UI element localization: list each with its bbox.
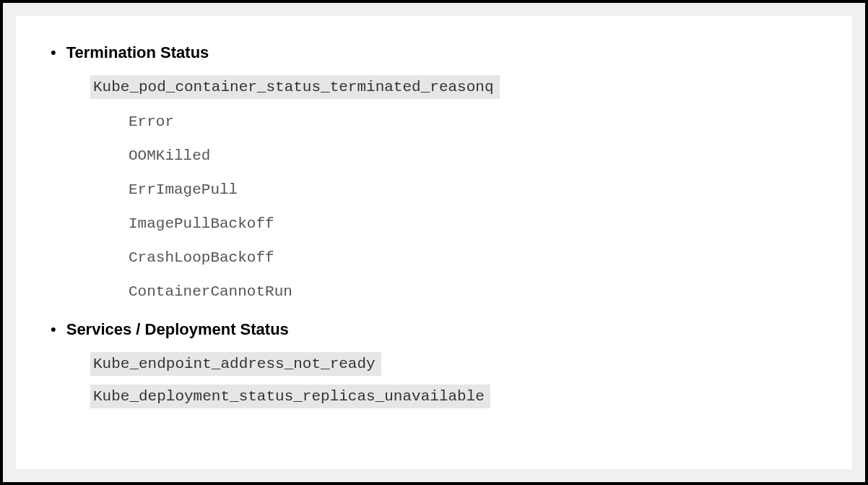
metric-code: Kube_pod_container_status_terminated_rea… bbox=[90, 75, 500, 99]
section-heading: Termination Status bbox=[66, 43, 209, 62]
section-heading: Services / Deployment Status bbox=[66, 320, 289, 339]
bullet-icon: • bbox=[51, 322, 56, 338]
reason-item: ContainerCannotRun bbox=[129, 283, 817, 300]
metric-code: Kube_endpoint_address_not_ready bbox=[90, 352, 381, 376]
metric-row: Kube_endpoint_address_not_ready bbox=[51, 352, 817, 376]
slide-outer-frame: • Termination Status Kube_pod_container_… bbox=[3, 3, 865, 482]
reason-list: Error OOMKilled ErrImagePull ImagePullBa… bbox=[51, 113, 817, 300]
section-termination-status: • Termination Status Kube_pod_container_… bbox=[51, 43, 817, 300]
metric-row: Kube_pod_container_status_terminated_rea… bbox=[51, 75, 817, 99]
reason-item: CrashLoopBackoff bbox=[129, 249, 817, 266]
bullet-icon: • bbox=[51, 45, 56, 61]
reason-item: OOMKilled bbox=[129, 147, 817, 164]
reason-item: ErrImagePull bbox=[129, 181, 817, 198]
reason-item: Error bbox=[129, 113, 817, 130]
metric-code: Kube_deployment_status_replicas_unavaila… bbox=[90, 385, 490, 408]
section-services-deployment-status: • Services / Deployment Status Kube_endp… bbox=[51, 320, 817, 408]
metric-row: Kube_deployment_status_replicas_unavaila… bbox=[51, 385, 817, 408]
bullet-row: • Termination Status bbox=[51, 43, 817, 62]
reason-item: ImagePullBackoff bbox=[129, 215, 817, 232]
bullet-row: • Services / Deployment Status bbox=[51, 320, 817, 339]
slide-inner-card: • Termination Status Kube_pod_container_… bbox=[16, 16, 852, 469]
